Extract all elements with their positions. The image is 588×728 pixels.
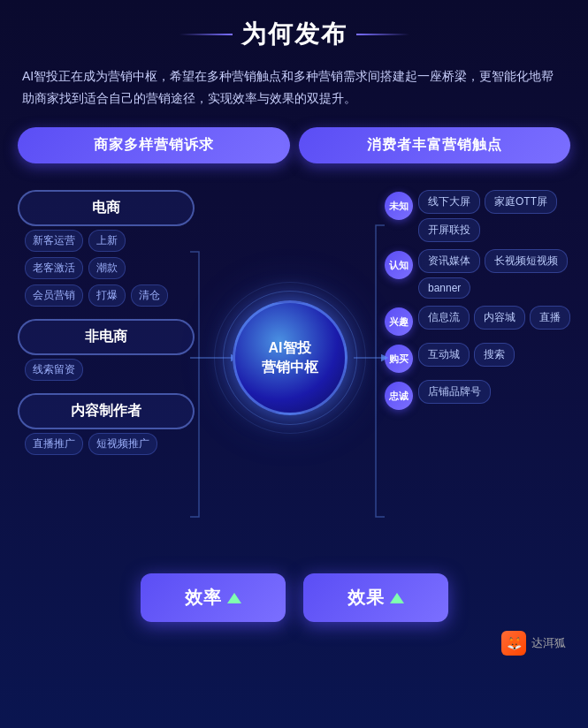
main-container: 为何发布 AI智投正在成为营销中枢，希望在多种营销触点和多种营销需求间搭建起一座… <box>0 0 588 673</box>
right-item: 搜索 <box>474 343 515 367</box>
category-box-ecommerce: 电商 <box>18 190 195 226</box>
effect-label: 效果 <box>347 586 385 610</box>
sub-item: 会员营销 <box>25 284 83 307</box>
stage-badge-loyalty: 忠诚 <box>385 382 413 410</box>
title-line-left <box>179 34 233 35</box>
center-circle: AI智投 营销中枢 <box>233 300 347 415</box>
category-content-creator: 内容制作者 直播推广 短视频推广 <box>18 393 195 459</box>
stage-row-unknown: 未知 线下大屏 家庭OTT屏 开屏联投 <box>385 190 570 242</box>
diagram-area: 电商 新客运营 上新 老客激活 潮款 会员营销 打爆 清仓 非电商 <box>18 181 570 552</box>
category-box-content-creator: 内容制作者 <box>18 393 195 429</box>
right-item: 互动城 <box>418 343 470 367</box>
left-side: 电商 新客运营 上新 老客激活 潮款 会员营销 打爆 清仓 非电商 <box>18 181 195 459</box>
efficiency-btn[interactable]: 效率 <box>141 573 286 622</box>
intro-paragraph: AI智投正在成为营销中枢，希望在多种营销触点和多种营销需求间搭建起一座桥梁，更智… <box>18 65 570 110</box>
effect-btn[interactable]: 效果 <box>303 573 448 622</box>
right-item: 长视频短视频 <box>485 249 568 273</box>
category-box-non-ecommerce: 非电商 <box>18 319 195 355</box>
stage-row-interest: 兴趣 信息流 内容城 直播 <box>385 306 570 336</box>
sub-item: 线索留资 <box>25 359 83 381</box>
stage-items-unknown: 线下大屏 家庭OTT屏 开屏联投 <box>418 190 570 242</box>
category-ecommerce: 电商 新客运营 上新 老客激活 潮款 会员营销 打爆 清仓 <box>18 190 195 310</box>
right-header-btn: 消费者丰富营销触点 <box>299 127 571 163</box>
stage-items-loyalty: 店铺品牌号 <box>418 380 570 404</box>
stage-row-purchase: 购买 互动城 搜索 <box>385 343 570 373</box>
sub-item: 潮款 <box>88 257 126 279</box>
right-item: 开屏联投 <box>418 218 480 242</box>
two-col-header: 商家多样营销诉求 消费者丰富营销触点 <box>18 127 570 163</box>
watermark: 🦊 达洱狐 <box>18 631 570 656</box>
sub-item: 新客运营 <box>25 230 83 252</box>
stage-items-interest: 信息流 内容城 直播 <box>418 306 570 330</box>
right-item: 直播 <box>530 306 570 330</box>
title-line-right <box>356 34 409 35</box>
stage-items-purchase: 互动城 搜索 <box>418 343 570 367</box>
right-item: 店铺品牌号 <box>418 380 491 404</box>
right-item: banner <box>418 277 470 299</box>
stage-badge-unknown: 未知 <box>385 192 413 220</box>
left-header-btn: 商家多样营销诉求 <box>18 127 290 163</box>
efficiency-label: 效率 <box>185 586 222 610</box>
effect-arrow-icon <box>390 593 404 603</box>
right-item: 线下大屏 <box>418 190 480 214</box>
stage-row-awareness: 认知 资讯媒体 长视频短视频 banner <box>385 249 570 299</box>
content-creator-subitems: 直播推广 短视频推广 <box>18 429 195 459</box>
stage-items-awareness: 资讯媒体 长视频短视频 banner <box>418 249 570 299</box>
non-ecommerce-subitems: 线索留资 <box>18 355 195 384</box>
stage-badge-interest: 兴趣 <box>385 307 413 336</box>
stage-badge-awareness: 认知 <box>385 251 413 279</box>
category-non-ecommerce: 非电商 线索留资 <box>18 319 195 384</box>
sub-item: 直播推广 <box>25 433 83 455</box>
watermark-text: 达洱狐 <box>531 635 566 651</box>
center-area: AI智投 营销中枢 <box>195 181 385 535</box>
right-item: 信息流 <box>418 306 470 330</box>
ecommerce-subitems: 新客运营 上新 老客激活 潮款 会员营销 打爆 清仓 <box>18 226 195 310</box>
sub-item: 老客激活 <box>25 257 83 279</box>
sub-item: 短视频推广 <box>88 433 157 455</box>
page-title: 为何发布 <box>241 18 347 51</box>
stage-row-loyalty: 忠诚 店铺品牌号 <box>385 380 570 410</box>
stage-badge-purchase: 购买 <box>385 345 413 373</box>
right-item: 资讯媒体 <box>418 249 480 273</box>
right-item: 家庭OTT屏 <box>485 190 557 214</box>
sub-item: 打爆 <box>88 284 126 307</box>
watermark-icon: 🦊 <box>501 631 526 656</box>
sub-item: 清仓 <box>131 284 168 307</box>
title-section: 为何发布 <box>18 18 570 51</box>
efficiency-arrow-icon <box>227 593 241 603</box>
right-side: 未知 线下大屏 家庭OTT屏 开屏联投 认知 资讯媒体 长视频短视频 banne… <box>385 181 570 410</box>
bottom-buttons: 效率 效果 <box>18 573 570 622</box>
sub-item: 上新 <box>88 230 126 252</box>
right-item: 内容城 <box>474 306 525 330</box>
